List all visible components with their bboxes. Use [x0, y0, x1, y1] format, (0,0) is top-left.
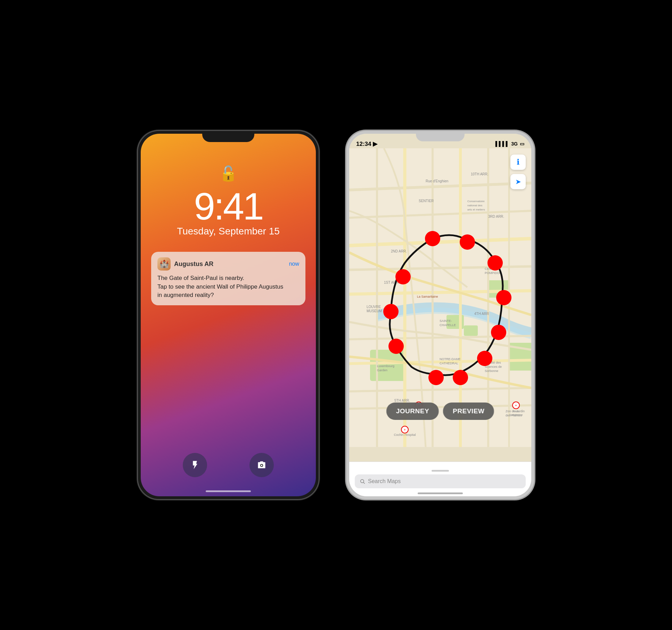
svg-text:Sorbonne: Sorbonne [485, 369, 498, 373]
svg-text:+: + [404, 428, 406, 432]
notification-header: 🏰 Augustus AR now [157, 257, 299, 271]
drag-handle [432, 470, 449, 472]
map-info-button[interactable]: ℹ [510, 155, 526, 170]
svg-text:Conservatoire: Conservatoire [467, 200, 485, 203]
svg-point-67 [491, 325, 506, 340]
bottom-bar: Search Maps [349, 462, 531, 496]
svg-text:SENTIER: SENTIER [419, 199, 434, 203]
svg-text:Salpêtrière: Salpêtrière [509, 413, 523, 416]
svg-point-63 [487, 255, 503, 271]
journey-preview-buttons: JOURNEY PREVIEW [386, 403, 494, 420]
search-bar[interactable]: Search Maps [355, 474, 526, 488]
svg-text:4TH ARR: 4TH ARR [474, 312, 489, 316]
lock-screen-background: 🔓 9:41 Tuesday, September 15 🏰 Augustus … [141, 134, 316, 496]
home-indicator [206, 490, 251, 492]
search-icon [360, 479, 365, 484]
left-phone-screen: 🔓 9:41 Tuesday, September 15 🏰 Augustus … [141, 134, 316, 496]
journey-button[interactable]: JOURNEY [386, 403, 439, 420]
svg-text:arts et metiers: arts et metiers [467, 208, 485, 211]
svg-point-71 [453, 370, 468, 385]
svg-text:LOUVRE: LOUVRE [367, 305, 381, 309]
svg-text:POMPIDOU: POMPIDOU [485, 271, 502, 275]
home-indicator-right [418, 492, 463, 494]
svg-point-65 [496, 290, 511, 305]
notch-right [416, 131, 465, 141]
signal-icon: ▌▌▌▌ [495, 141, 509, 147]
preview-button[interactable]: PREVIEW [443, 403, 494, 420]
battery-icon: ▭ [520, 141, 524, 147]
svg-text:CHAPELLE: CHAPELLE [440, 323, 456, 327]
search-placeholder: Search Maps [368, 478, 401, 484]
svg-text:La Samaritaine: La Samaritaine [417, 295, 438, 298]
right-phone: 12:34 ▶ ▌▌▌▌ 3G ▭ [346, 131, 534, 499]
lock-icon: 🔓 [219, 165, 237, 182]
network-label: 3G [511, 141, 518, 147]
svg-point-69 [477, 351, 492, 366]
tower-emoji: 🏰 [159, 259, 169, 268]
svg-text:Garden: Garden [377, 368, 387, 372]
svg-text:NOTRE-DAME: NOTRE-DAME [440, 357, 461, 361]
svg-text:10TH ARR.: 10TH ARR. [471, 172, 489, 176]
notif-line2: Tap to see the ancient Wall of Philippe … [157, 283, 283, 290]
svg-rect-8 [464, 325, 478, 336]
notification-time: now [289, 261, 299, 267]
status-time: 12:34 ▶ [356, 140, 377, 148]
notif-line1: The Gate of Saint-Paul is nearby. [157, 275, 244, 281]
left-phone: 🔓 9:41 Tuesday, September 15 🏰 Augustus … [138, 131, 319, 499]
svg-text:Rue d'Enghien: Rue d'Enghien [426, 179, 448, 183]
bottom-buttons [141, 453, 316, 477]
svg-text:Luxembourg: Luxembourg [377, 364, 394, 368]
svg-point-66 [383, 304, 399, 319]
notification-card[interactable]: 🏰 Augustus AR now The Gate of Saint-Paul… [151, 252, 305, 305]
location-icon: ➤ [515, 177, 521, 186]
svg-point-62 [460, 234, 475, 250]
notification-body: The Gate of Saint-Paul is nearby. Tap to… [157, 274, 299, 300]
status-icons: ▌▌▌▌ 3G ▭ [495, 141, 524, 147]
right-phone-screen: 12:34 ▶ ▌▌▌▌ 3G ▭ [349, 134, 531, 496]
app-name: Augustus AR [174, 260, 289, 268]
svg-line-73 [363, 482, 365, 484]
svg-text:MUSEUM: MUSEUM [367, 309, 382, 313]
svg-text:SAINTE-: SAINTE- [440, 319, 452, 323]
lock-screen-time: 9:41 [141, 184, 316, 228]
svg-text:2ND ARR.: 2ND ARR. [391, 249, 407, 253]
notif-line3: in augmented reality? [157, 292, 214, 298]
svg-text:+: + [515, 404, 517, 407]
svg-text:Pitié-: Pitié- [513, 410, 519, 413]
app-icon: 🏰 [157, 257, 171, 271]
svg-point-70 [428, 370, 444, 385]
svg-text:Cochin Hospital: Cochin Hospital [394, 433, 416, 437]
svg-point-72 [361, 480, 364, 483]
svg-text:national des: national des [467, 204, 482, 207]
info-icon: ℹ [517, 158, 519, 167]
svg-text:3RD ARR.: 3RD ARR. [488, 215, 504, 218]
lock-screen-date: Tuesday, September 15 [141, 226, 316, 237]
svg-point-64 [395, 269, 411, 284]
svg-point-2 [261, 465, 263, 466]
svg-point-68 [388, 339, 404, 354]
notch-left [202, 131, 254, 142]
flashlight-button[interactable] [183, 453, 207, 477]
svg-text:5TH ARR.: 5TH ARR. [394, 399, 410, 403]
map-location-button[interactable]: ➤ [510, 174, 526, 189]
map-area[interactable]: Rue d'Enghien 10TH ARR. 3RD ARR. 2ND ARR… [349, 134, 531, 462]
svg-point-61 [425, 231, 440, 246]
svg-text:CATHEDRAL: CATHEDRAL [440, 362, 458, 365]
camera-button[interactable] [249, 453, 274, 477]
